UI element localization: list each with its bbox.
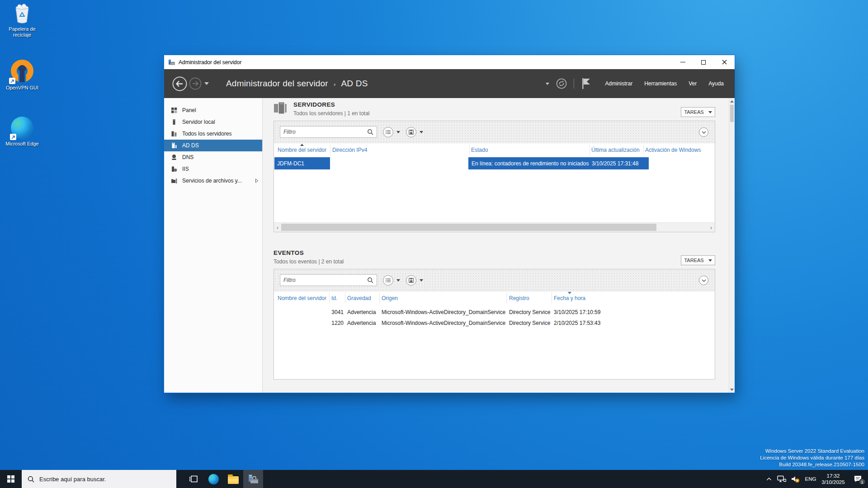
file-explorer-button[interactable] [223, 470, 243, 488]
sidebar-item-servicios-de-archivos[interactable]: Servicios de archivos y... [164, 175, 262, 187]
network-status-button[interactable] [775, 470, 788, 488]
vertical-scrollbar[interactable] [729, 98, 735, 393]
save-query-button[interactable] [406, 127, 416, 137]
sort-descending-icon [568, 292, 571, 294]
servers-filter-input[interactable] [283, 129, 367, 135]
menu-ver[interactable]: Ver [689, 80, 697, 87]
history-dropdown-icon[interactable] [204, 82, 209, 85]
refresh-icon[interactable] [556, 78, 567, 89]
servers-tasks-button[interactable]: TAREAS [681, 107, 715, 117]
column-header[interactable]: Nombre del servidor [278, 147, 326, 153]
search-icon [367, 277, 373, 283]
sidebar-item-label: Servidor local [182, 119, 215, 125]
menu-ayuda[interactable]: Ayuda [708, 80, 724, 87]
column-header[interactable]: Nombre del servidor [278, 295, 326, 301]
desktop-icon-openvpn[interactable]: OpenVPN GUI [5, 60, 40, 91]
scroll-up-icon[interactable] [729, 98, 735, 104]
action-center-button[interactable]: 1 [848, 470, 868, 488]
column-divider [643, 145, 644, 155]
chevron-down-icon [708, 259, 712, 262]
chevron-down-icon[interactable] [420, 131, 423, 133]
servers-tile-icon [274, 101, 287, 115]
event-datetime: 3/10/2025 17:10:59 [554, 309, 600, 315]
chevron-down-icon[interactable] [420, 279, 423, 282]
search-placeholder: Escribe aquí para buscar. [39, 476, 106, 483]
column-header[interactable]: Estado [471, 147, 488, 153]
task-view-button[interactable] [184, 470, 203, 488]
events-panel: EVENTOS Todos los eventos | 2 en total T… [274, 249, 715, 380]
sidebar-item-servidor-local[interactable]: Servidor local [164, 116, 262, 128]
sidebar-item-ad-ds[interactable]: AD DS [164, 140, 262, 151]
search-icon [367, 129, 373, 135]
taskbar: Escribe aquí para buscar. [0, 470, 868, 488]
edge-taskbar-button[interactable] [203, 470, 223, 488]
column-header[interactable]: Gravedad [347, 295, 371, 301]
sidebar-item-panel[interactable]: Panel [164, 104, 262, 116]
horizontal-scrollbar[interactable]: ‹ › [274, 222, 715, 232]
column-divider [552, 293, 552, 303]
scrollbar-thumb[interactable] [730, 105, 734, 122]
notifications-dropdown-icon[interactable] [546, 83, 549, 85]
scroll-down-icon[interactable] [729, 386, 735, 393]
events-filter-field[interactable] [280, 274, 377, 286]
start-button[interactable] [0, 470, 22, 488]
events-collapse-button[interactable] [699, 276, 708, 285]
chevron-down-icon[interactable] [396, 131, 400, 133]
chevron-down-icon[interactable] [396, 279, 400, 282]
dns-icon [170, 154, 178, 161]
events-filter-input[interactable] [283, 277, 367, 283]
sidebar-item-label: IIS [182, 166, 189, 172]
event-row[interactable]: 3041 Advertencia Microsoft-Windows-Activ… [274, 307, 715, 318]
servers-collapse-button[interactable] [699, 127, 708, 137]
menu-herramientas[interactable]: Herramientas [644, 80, 677, 87]
column-header[interactable]: Última actualización [591, 147, 640, 153]
volume-button[interactable] [788, 470, 802, 488]
taskbar-search[interactable]: Escribe aquí para buscar. [22, 470, 176, 488]
scroll-right-icon[interactable]: › [708, 223, 715, 232]
column-header[interactable]: Dirección IPv4 [332, 147, 367, 153]
desktop-icon-edge[interactable]: Microsoft Edge [5, 117, 40, 147]
server-manager-taskbar-button[interactable] [243, 470, 263, 488]
forward-button[interactable] [189, 77, 202, 90]
server-row-jdfm-dc1[interactable]: JDFM-DC1 En línea: contadores de rendimi… [274, 156, 715, 171]
flag-icon[interactable] [581, 78, 591, 89]
desktop-icon-recycle-bin[interactable]: Papelera de reciclaje [5, 4, 40, 38]
breadcrumb-root[interactable]: Administrador del servidor [226, 79, 328, 89]
system-tray: ENG 17:32 3/10/2025 1 [763, 470, 868, 488]
language-indicator[interactable]: ENG [802, 470, 819, 488]
servers-filter-field[interactable] [280, 126, 377, 138]
minimize-button[interactable] [672, 55, 693, 69]
tray-expand-button[interactable] [763, 470, 775, 488]
server-manager-window: Administrador del servidor [164, 55, 735, 393]
close-button[interactable] [714, 55, 735, 69]
column-header[interactable]: Registro [509, 295, 529, 301]
titlebar[interactable]: Administrador del servidor [164, 55, 735, 69]
menu-administrar[interactable]: Administrar [605, 80, 632, 87]
scroll-left-icon[interactable]: ‹ [274, 223, 281, 232]
language-label: ENG [805, 476, 816, 482]
column-header[interactable]: Activación de Windows [645, 147, 701, 153]
tasks-label: TAREAS [684, 258, 703, 263]
filter-criteria-button[interactable] [383, 275, 393, 286]
events-tasks-button[interactable]: TAREAS [681, 255, 715, 265]
sidebar-item-iis[interactable]: IIS [164, 163, 262, 175]
clock[interactable]: 17:32 3/10/2025 [819, 470, 848, 488]
column-header[interactable]: Origen [382, 295, 398, 301]
events-panel-title: EVENTOS [274, 249, 304, 256]
column-header[interactable]: Fecha y hora [554, 295, 585, 301]
sidebar-item-todos-los-servidores[interactable]: Todos los servidores [164, 128, 262, 140]
event-row[interactable]: 1220 Advertencia Microsoft-Windows-Activ… [274, 318, 715, 328]
server-status-cell[interactable]: En línea: contadores de rendimiento no i… [468, 157, 649, 169]
chevron-up-icon [766, 477, 772, 481]
save-query-button[interactable] [406, 275, 416, 286]
server-name-cell[interactable]: JDFM-DC1 [274, 157, 330, 169]
maximize-button[interactable] [693, 55, 714, 69]
server-manager-icon [247, 474, 259, 484]
sidebar-item-dns[interactable]: DNS [164, 151, 262, 163]
filter-criteria-button[interactable] [383, 127, 393, 137]
scrollbar-thumb[interactable] [281, 224, 656, 231]
column-header[interactable]: Id. [331, 295, 337, 301]
main-content: SERVIDORES Todos los servidores | 1 en t… [263, 98, 735, 393]
back-button[interactable] [172, 76, 187, 91]
event-id: 1220 [328, 320, 344, 326]
